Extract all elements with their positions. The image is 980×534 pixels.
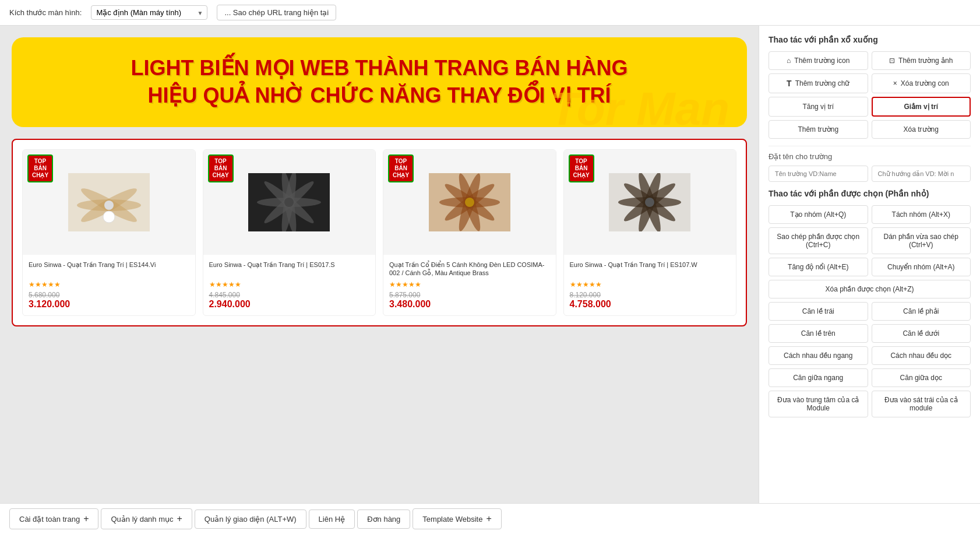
product-info: Quạt Trần Cổ Điển 5 Cánh Không Đèn LED C… [383,255,556,316]
btn-xoa-truong[interactable]: Xóa trường [872,120,971,139]
btn-can-le-phai[interactable]: Căn lề phải [872,302,971,321]
svg-point-19 [465,198,474,207]
btn-row-13: Đưa vào trung tâm của cả Module Đưa vào … [769,391,971,417]
product-name: Quạt Trần Cổ Điển 5 Cánh Không Đèn LED C… [389,261,550,277]
section2-title: Thao tác với phần được chọn (Phần nhỏ) [769,189,971,198]
plus-icon-3: + [486,514,491,524]
image-icon: ⊡ [889,57,895,65]
product-old-price: 8.120.000 [570,291,731,299]
home-icon: ⌂ [787,57,791,65]
product-info: Euro Sinwa - Quạt Trần Trang Trí | ES017… [203,255,376,315]
top-bar: Kích thước màn hình: Mặc định (Màn máy t… [0,0,980,26]
product-badge: TOPBÁNCHẠY [208,154,234,182]
divider-1 [769,146,971,146]
btn-dan-phan[interactable]: Dán phần vừa sao chép (Ctrl+V) [872,227,971,254]
svg-point-5 [103,211,115,223]
hero-banner: LIGHT BIẾN MỌI WEB THÀNH TRANG BÁN HÀNG … [12,37,747,127]
copy-url-button[interactable]: ... Sao chép URL trang hiện tại [217,5,336,20]
btn-xoa-phan[interactable]: Xóa phần được chọn (Alt+Z) [769,280,971,298]
close-icon: × [893,79,897,87]
product-card[interactable]: TOPBÁNCHẠY Euro Sinwa - Quạt Trần Trang … [203,149,376,317]
btn-cach-nhau-ngang[interactable]: Cách nhau đều ngang [769,346,868,365]
section1-title: Thao tác với phần xổ xuống [769,35,971,44]
btn-sao-chep[interactable]: Sao chép phần được chọn (Ctrl+C) [769,227,868,254]
btn-row-2: T Thêm trường chữ × Xóa trường con [769,73,971,93]
btn-tang-do-noi[interactable]: Tăng độ nổi (Alt+E) [769,258,868,276]
field-name-input[interactable] [769,166,868,182]
product-name: Euro Sinwa - Quạt Trần Trang Trí | ES144… [29,261,189,277]
product-stars: ★★★★★ [570,280,731,289]
btn-row-3: Tăng vị trí Giảm vị trí [769,97,971,117]
product-stars: ★★★★★ [29,280,189,289]
field-label-section: Đặt tên cho trường [769,152,971,182]
btn-them-truong-anh[interactable]: ⊡ Thêm trường ảnh [872,51,971,70]
product-old-price: 5.875.000 [389,291,550,299]
field-label-text: Đặt tên cho trường [769,152,971,161]
btn-template-website[interactable]: Template Website + [413,508,501,529]
right-panel: Thao tác với phần xổ xuống ⌂ Thêm trường… [759,26,980,503]
product-badge: TOPBÁNCHẠY [569,154,594,182]
product-stars: ★★★★★ [209,280,370,289]
btn-can-le-tren[interactable]: Căn lề trên [769,324,868,343]
btn-lien-he[interactable]: Liên Hệ [309,510,355,529]
btn-row-9: Căn lề trái Căn lề phải [769,302,971,321]
product-new-price: 2.940.000 [209,299,370,310]
bottom-bar: Cài đặt toàn trang + Quản lý danh mục + … [0,503,980,534]
hero-title: LIGHT BIẾN MỌI WEB THÀNH TRANG BÁN HÀNG … [35,55,724,110]
btn-quan-ly-danh-muc[interactable]: Quản lý danh mục + [101,508,192,529]
btn-chuyen-nhom[interactable]: Chuyển nhóm (Alt+A) [872,258,971,276]
btn-cach-nhau-doc[interactable]: Cách nhau đều dọc [872,346,971,365]
btn-quan-ly-giao-dien[interactable]: Quản lý giao diện (ALT+W) [195,510,306,529]
field-hint-input[interactable] [872,166,971,182]
btn-can-giua-ngang[interactable]: Căn giữa ngang [769,368,868,387]
product-card[interactable]: TOPBÁNCHẠY Quạt Trần Cổ Điển 5 Cánh Khôn… [383,149,556,317]
btn-them-truong-icon[interactable]: ⌂ Thêm trường icon [769,51,868,70]
panel-section-2: Thao tác với phần được chọn (Phần nhỏ) T… [769,189,971,417]
product-card[interactable]: TOPBÁNCHẠY Euro Sinwa - Quạt Trần Trang … [22,149,196,317]
btn-tang-vi-tri[interactable]: Tăng vị trí [769,97,868,117]
svg-point-4 [104,201,114,210]
product-badge: TOPBÁNCHẠY [27,154,53,182]
btn-giam-vi-tri[interactable]: Giảm vị trí [872,97,971,117]
screen-size-select-wrapper[interactable]: Mặc định (Màn máy tính)TabletMobile [91,5,207,20]
btn-row-11: Cách nhau đều ngang Cách nhau đều dọc [769,346,971,365]
screen-size-select[interactable]: Mặc định (Màn máy tính)TabletMobile [91,5,207,20]
btn-row-1: ⌂ Thêm trường icon ⊡ Thêm trường ảnh [769,51,971,70]
product-name: Euro Sinwa - Quạt Trần Trang Trí | ES107… [570,261,731,277]
content-area: LIGHT BIẾN MỌI WEB THÀNH TRANG BÁN HÀNG … [0,26,759,503]
btn-dua-vao-trung-tam[interactable]: Đưa vào trung tâm của cả Module [769,391,868,417]
btn-tao-nhom[interactable]: Tạo nhóm (Alt+Q) [769,205,868,224]
btn-row-12: Căn giữa ngang Căn giữa dọc [769,368,971,387]
plus-icon-2: + [177,514,182,524]
btn-dua-vao-sat-trai[interactable]: Đưa vào sát trái của cả module [872,391,971,417]
btn-can-giua-doc[interactable]: Căn giữa dọc [872,368,971,387]
btn-row-5: Tạo nhóm (Alt+Q) Tách nhóm (Alt+X) [769,205,971,224]
btn-xoa-truong-con[interactable]: × Xóa trường con [872,73,971,93]
product-new-price: 3.480.000 [389,299,550,310]
product-name: Euro Sinwa - Quạt Trần Trang Trí | ES017… [209,261,370,277]
product-stars: ★★★★★ [389,280,550,289]
product-new-price: 3.120.000 [29,299,189,310]
btn-tach-nhom[interactable]: Tách nhóm (Alt+X) [872,205,971,224]
product-card[interactable]: TOPBÁNCHẠY Euro Sinwa - Quạt Trần Trang … [563,149,737,317]
panel-section-1: Thao tác với phần xổ xuống ⌂ Thêm trường… [769,35,971,139]
product-badge: TOPBÁNCHẠY [388,154,414,182]
screen-size-label: Kích thước màn hình: [9,8,82,17]
btn-row-6: Sao chép phần được chọn (Ctrl+C) Dán phầ… [769,227,971,254]
btn-don-hang[interactable]: Đơn hàng [357,510,410,529]
btn-row-7: Tăng độ nổi (Alt+E) Chuyển nhóm (Alt+A) [769,258,971,276]
btn-can-le-duoi[interactable]: Căn lề dưới [872,324,971,343]
btn-them-truong[interactable]: Thêm trường [769,120,868,139]
btn-row-10: Căn lề trên Căn lề dưới [769,324,971,343]
btn-can-le-trai[interactable]: Căn lề trái [769,302,868,321]
text-icon: T [787,79,792,88]
product-new-price: 4.758.000 [570,299,731,310]
btn-them-truong-chu[interactable]: T Thêm trường chữ [769,73,868,93]
product-info: Euro Sinwa - Quạt Trần Trang Trí | ES144… [23,255,195,315]
product-old-price: 5.680.000 [29,291,189,299]
svg-point-26 [645,198,654,207]
product-info: Euro Sinwa - Quạt Trần Trang Trí | ES107… [564,255,736,315]
product-old-price: 4.845.000 [209,291,370,299]
btn-cai-dat-toan-trang[interactable]: Cài đặt toàn trang + [9,508,98,529]
products-section: TOPBÁNCHẠY Euro Sinwa - Quạt Trần Trang … [12,139,747,327]
